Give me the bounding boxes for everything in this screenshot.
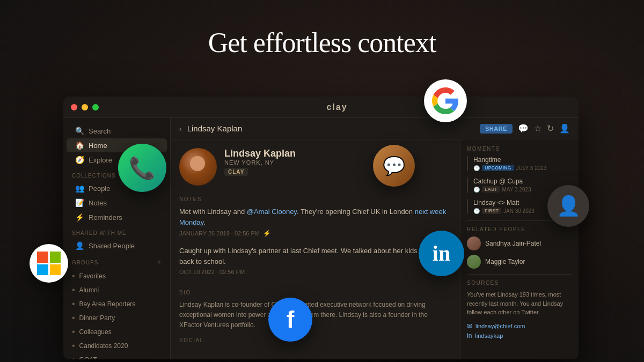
group-favorites[interactable]: Favorites [63,269,170,283]
moment-hangtime[interactable]: Hangtime 🕐 UPCOMING JULY 3 2023 [467,156,572,171]
contact-name-header: Lindsay Kaplan [187,124,243,133]
linkedin-icon: in [419,231,464,276]
bolt-icon: ⚡ [263,230,271,237]
linkedin-handle: lindsaykap [475,333,503,339]
divider-3 [467,274,572,275]
group-label: Colleagues [79,328,112,336]
content-header: ‹ Lindsay Kaplan SHARE 💬 ☆ ↻ 👤 [171,118,579,139]
add-group-button[interactable]: + [157,257,162,267]
sidebar-item-reminders[interactable]: ⚡ Reminders [67,210,167,224]
sources-label: SOURCES [467,280,572,286]
profile-info: Lindsay Kaplan NEW YORK, NY CLAY [224,148,451,176]
groups-label: GROUPS [72,260,98,265]
app-logo: clay [326,102,347,112]
groups-header: GROUPS + [63,253,170,269]
home-label: Home [89,142,107,150]
related-person-sandhya[interactable]: Sandhya Jain-Patel [467,237,572,250]
notes-section-label: NOTES [179,196,451,202]
group-bay-area[interactable]: Bay Area Reporters [63,297,170,311]
google-icon [424,79,467,122]
linkedin-small-icon: in [467,332,472,339]
related-people-label: RELATED PEOPLE [467,226,572,232]
note-meta-1: JANUARY 26 2019 · 02:56 PM ⚡ [179,230,451,237]
moment-meta-0: 🕐 UPCOMING JULY 3 2023 [473,165,572,171]
user-icon[interactable]: 👤 [559,123,570,134]
search-label: Search [89,127,111,135]
profile-name: Lindsay Kaplan [224,148,451,159]
maximize-button[interactable] [92,104,99,110]
person-name-sandhya: Sandhya Jain-Patel [485,240,541,247]
moment-date-0: JULY 3 2023 [516,165,547,171]
sidebar-item-shared-people[interactable]: 👤 Shared People [67,239,167,253]
profile-tag: CLAY [224,168,248,176]
moment-date-1: MAY 3 2023 [502,187,531,193]
left-panel: Lindsay Kaplan NEW YORK, NY CLAY NOTES M… [171,139,460,359]
source-email[interactable]: ✉ lindsay@chief.com [467,322,572,330]
moment-badge-first: FIRST [482,208,501,214]
group-candidates[interactable]: Candidates 2020 [63,339,170,353]
note-text-2: Caught up with Lindsay's partner at last… [179,246,451,267]
reminders-icon: ⚡ [75,213,84,221]
close-button[interactable] [71,104,77,110]
moment-date-2: JAN 30 2023 [503,208,535,214]
search-icon: 🔍 [75,127,84,135]
explore-label: Explore [89,156,112,164]
amal-link[interactable]: @Amal Clooney [247,208,297,216]
group-label: Bay Area Reporters [79,300,136,308]
chat-icon: 💬 [373,145,415,187]
message-icon[interactable]: 💬 [518,123,529,134]
minimize-button[interactable] [82,104,88,110]
person-name-maggie: Maggie Taylor [485,258,525,265]
person-icon: 👤 [547,185,589,227]
header-actions: SHARE 💬 ☆ ↻ 👤 [480,123,570,134]
social-section-label: SOCIAL [179,337,451,343]
sources-text: You've met Lindsay 193 times, most recen… [467,290,572,317]
notes-label: Notes [89,199,107,207]
home-icon: 🏠 [75,141,84,150]
group-label: Candidates 2020 [79,342,128,350]
hero-title: Get effortless context [0,27,644,58]
title-bar: clay [63,97,579,118]
microsoft-icon [30,244,68,283]
note-meta-2: OCT 10 2022 · 02:56 PM [179,269,451,275]
avatar-sandhya [467,237,481,250]
group-alumni[interactable]: Alumni [63,283,170,297]
shared-icon: 👤 [75,241,84,250]
related-person-maggie[interactable]: Maggie Taylor [467,255,572,269]
source-linkedin[interactable]: in lindsaykap [467,332,572,339]
note-text-1: Met with Lindsay and @Amal Clooney. They… [179,206,451,227]
app-window: clay 🔍 Search 🏠 Home 🧭 Explore COLLECTIO… [63,97,579,359]
moment-name-1: Catchup @ Cupa [473,178,572,185]
refresh-icon[interactable]: ↻ [547,123,554,134]
content-area: ‹ Lindsay Kaplan SHARE 💬 ☆ ↻ 👤 [171,118,579,359]
explore-icon: 🧭 [75,156,84,164]
group-label: Favorites [79,272,106,280]
avatar-maggie [467,255,481,269]
note-date-1: JANUARY 26 2019 · 02:56 PM [179,230,260,237]
sidebar-item-search[interactable]: 🔍 Search [67,124,167,138]
group-dinner-party[interactable]: Dinner Party [63,311,170,325]
share-button[interactable]: SHARE [480,124,513,134]
group-goat[interactable]: GOAT [63,353,170,359]
email-icon: ✉ [467,322,472,330]
shared-with-me-label: SHARED WITH ME [63,225,170,238]
sidebar-item-notes[interactable]: 📝 Notes [67,196,167,210]
note-item: Met with Lindsay and @Amal Clooney. They… [179,206,451,237]
clock-icon-1: 🕐 [473,187,480,193]
whatsapp-icon: 📞 [118,144,166,192]
group-colleagues[interactable]: Colleagues [63,325,170,339]
divider [179,284,451,284]
note-date-2: OCT 10 2022 · 02:56 PM [179,269,245,275]
group-label: Dinner Party [79,314,115,322]
star-icon[interactable]: ☆ [534,123,541,134]
email-link: lindsay@chief.com [475,323,525,329]
avatar [179,148,217,186]
right-panel: MOMENTS Hangtime 🕐 UPCOMING JULY 3 2023 … [460,139,579,359]
notes-icon: 📝 [75,198,84,207]
group-label: GOAT [79,356,97,359]
back-button[interactable]: ‹ [179,124,182,133]
people-label: People [89,184,110,193]
note-item-2: Caught up with Lindsay's partner at last… [179,246,451,275]
profile-location: NEW YORK, NY [224,159,451,166]
clock-icon-2: 🕐 [473,208,480,214]
